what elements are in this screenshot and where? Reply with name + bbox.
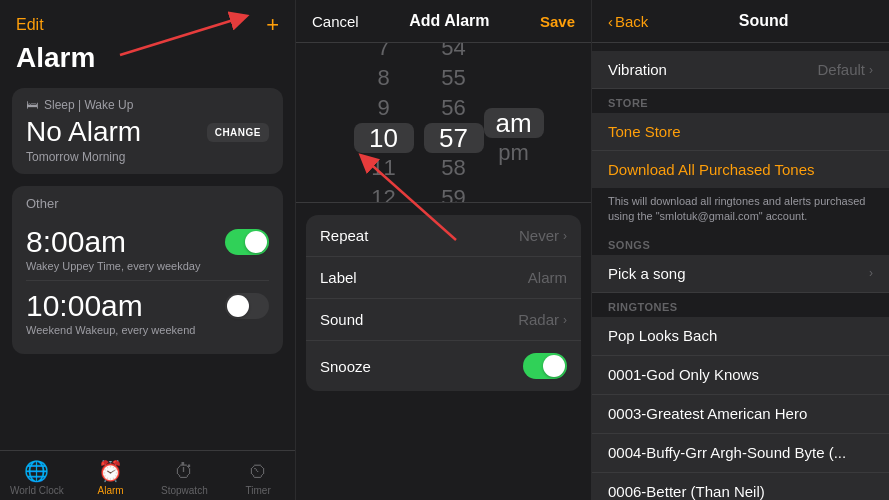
hour-12: 12 (371, 183, 395, 204)
ringtone-label: 0001-God Only Knows (608, 366, 759, 383)
minute-56: 56 (441, 93, 465, 123)
ringtone-greatest-american-hero[interactable]: 0003-Greatest American Hero (592, 395, 889, 434)
hour-7: 7 (377, 43, 389, 63)
sound-option[interactable]: Sound Radar › (306, 299, 581, 341)
hour-9: 9 (377, 93, 389, 123)
alarm-icon: ⏰ (98, 459, 123, 483)
tomorrow-text: Tomorrow Morning (26, 150, 269, 164)
snooze-option[interactable]: Snooze (306, 341, 581, 391)
back-button[interactable]: ‹ Back (608, 13, 648, 30)
vibration-row[interactable]: Vibration Default › (592, 51, 889, 89)
ringtone-label: 0006-Better (Than Neil) (608, 483, 765, 500)
hour-picker[interactable]: 7 8 9 10 11 12 (349, 43, 419, 203)
toggle-knob (227, 295, 249, 317)
ringtones-list: Pop Looks Bach 0001-God Only Knows 0003-… (592, 317, 889, 500)
sound-header: ‹ Back Sound (592, 0, 889, 43)
time-picker[interactable]: 7 8 9 10 11 12 54 55 56 57 58 59 am pm (296, 43, 591, 203)
vibration-label: Vibration (608, 61, 667, 78)
toggle-knob (245, 231, 267, 253)
minute-55: 55 (441, 63, 465, 93)
label-value: Alarm (528, 269, 567, 286)
period-picker[interactable]: am pm (489, 78, 539, 168)
download-tones-label: Download All Purchased Tones (608, 161, 815, 178)
add-alarm-panel: Cancel Add Alarm Save 7 8 9 10 11 12 54 … (296, 0, 592, 500)
minute-picker[interactable]: 54 55 56 57 58 59 (419, 43, 489, 203)
sound-label: Sound (320, 311, 363, 328)
snooze-label: Snooze (320, 358, 371, 375)
tab-timer-label: Timer (246, 485, 271, 496)
label-option[interactable]: Label Alarm (306, 257, 581, 299)
options-list: Repeat Never › Label Alarm Sound Radar ›… (306, 215, 581, 391)
tab-bar: 🌐 World Clock ⏰ Alarm ⏱ Stopwatch ⏲ Time… (0, 450, 295, 500)
store-description: This will download all ringtones and ale… (592, 188, 889, 231)
tone-store-row[interactable]: Tone Store (592, 113, 889, 151)
bed-icon: 🛏 (26, 98, 38, 112)
ringtone-label: 0003-Greatest American Hero (608, 405, 807, 422)
minute-57: 57 (424, 123, 484, 153)
no-alarm-text: No Alarm (26, 116, 141, 148)
repeat-value: Never › (519, 227, 567, 244)
minute-59: 59 (441, 183, 465, 204)
label-value-text: Alarm (528, 269, 567, 286)
minute-58: 58 (441, 153, 465, 183)
alarm-sub-8am: Wakey Uppey Time, every weekday (26, 260, 269, 272)
ringtone-god-only-knows[interactable]: 0001-God Only Knows (592, 356, 889, 395)
pick-song-label: Pick a song (608, 265, 686, 282)
snooze-toggle[interactable] (523, 353, 567, 379)
ringtone-better[interactable]: 0006-Better (Than Neil) (592, 473, 889, 500)
world-clock-icon: 🌐 (24, 459, 49, 483)
sound-title: Sound (654, 12, 873, 30)
pick-song-row[interactable]: Pick a song › (592, 255, 889, 293)
add-alarm-header: Cancel Add Alarm Save (296, 0, 591, 43)
tab-world-clock[interactable]: 🌐 World Clock (0, 459, 74, 496)
tab-stopwatch[interactable]: ⏱ Stopwatch (148, 460, 222, 496)
repeat-value-text: Never (519, 227, 559, 244)
tab-alarm-label: Alarm (98, 485, 124, 496)
other-section: Other 8:00am Wakey Uppey Time, every wee… (12, 186, 283, 354)
ringtone-buffy[interactable]: 0004-Buffy-Grr Argh-Sound Byte (... (592, 434, 889, 473)
ringtone-pop-looks-bach[interactable]: Pop Looks Bach (592, 317, 889, 356)
alarm-time-10am: 10:00am (26, 289, 143, 323)
stopwatch-icon: ⏱ (174, 460, 194, 483)
ringtones-section-header: RINGTONES (592, 293, 889, 317)
tab-timer[interactable]: ⏲ Timer (221, 460, 295, 496)
snooze-toggle-knob (543, 355, 565, 377)
hour-10: 10 (354, 123, 414, 153)
add-alarm-title: Add Alarm (409, 12, 489, 30)
alarm-item-8am[interactable]: 8:00am Wakey Uppey Time, every weekday (26, 217, 269, 281)
alarm-toggle-10am[interactable] (225, 293, 269, 319)
sound-value: Radar › (518, 311, 567, 328)
change-button[interactable]: CHANGE (207, 123, 269, 142)
download-tones-row[interactable]: Download All Purchased Tones (592, 151, 889, 188)
tab-stopwatch-label: Stopwatch (161, 485, 208, 496)
back-label: Back (615, 13, 648, 30)
songs-section-header: SONGS (592, 231, 889, 255)
save-button[interactable]: Save (540, 13, 575, 30)
no-alarm-row: No Alarm CHANGE (26, 116, 269, 148)
repeat-label: Repeat (320, 227, 368, 244)
tab-alarm[interactable]: ⏰ Alarm (74, 459, 148, 496)
sound-value-text: Radar (518, 311, 559, 328)
repeat-option[interactable]: Repeat Never › (306, 215, 581, 257)
sound-panel: ‹ Back Sound Vibration Default › STORE T… (592, 0, 889, 500)
cancel-button[interactable]: Cancel (312, 13, 359, 30)
alarm-toggle-8am[interactable] (225, 229, 269, 255)
alarm-time-8am: 8:00am (26, 225, 126, 259)
repeat-chevron: › (563, 229, 567, 243)
back-chevron-icon: ‹ (608, 13, 613, 30)
minute-54: 54 (441, 43, 465, 63)
sleep-label: 🛏 Sleep | Wake Up (26, 98, 269, 112)
period-pm: pm (498, 138, 529, 168)
vibration-value-text: Default (817, 61, 865, 78)
sound-body: Vibration Default › STORE Tone Store Dow… (592, 43, 889, 500)
alarm-item-10am[interactable]: 10:00am Weekend Wakeup, every weekend (26, 281, 269, 344)
sound-chevron: › (563, 313, 567, 327)
ringtone-label: 0004-Buffy-Grr Argh-Sound Byte (... (608, 444, 846, 461)
alarm-panel: Edit + Alarm 🛏 Sleep | Wake Up No Alarm … (0, 0, 296, 500)
timer-icon: ⏲ (248, 460, 268, 483)
period-am-selected: am (484, 108, 544, 138)
add-alarm-button[interactable]: + (266, 12, 279, 38)
store-section-header: STORE (592, 89, 889, 113)
alarm-title: Alarm (0, 42, 295, 84)
edit-button[interactable]: Edit (16, 16, 44, 34)
